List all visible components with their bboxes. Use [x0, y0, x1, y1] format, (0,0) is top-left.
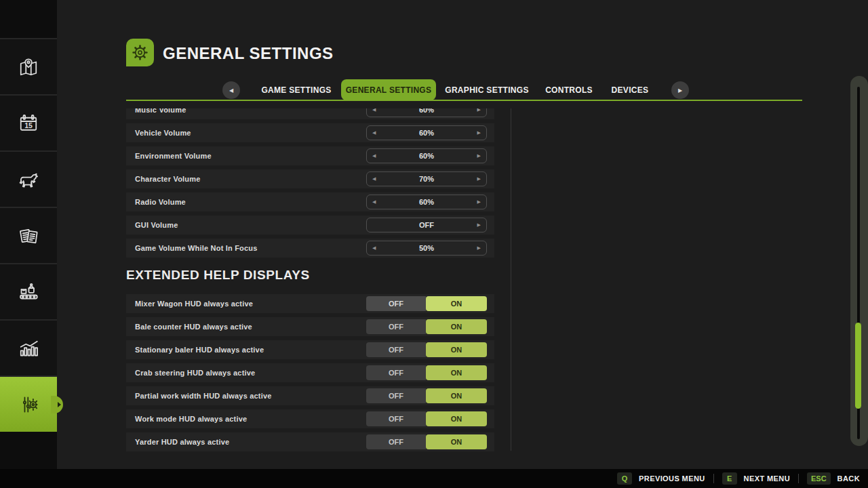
- setting-label: GUI Volume: [135, 221, 178, 229]
- off-button[interactable]: OFF: [366, 319, 426, 334]
- selector-value: 60%: [367, 152, 486, 160]
- page-title: GENERAL SETTINGS: [163, 44, 334, 63]
- settings-panel: Music Volume ◀ 60% ▶ Vehicle Volume ◀ 60…: [126, 108, 494, 455]
- production-icon: [16, 280, 41, 304]
- extended-help-rows: Mixer Wagon HUD always active OFF ON Bal…: [126, 294, 494, 451]
- map-icon: [16, 55, 41, 79]
- active-item-arrow-icon: [58, 402, 61, 407]
- sidebar-item-calendar[interactable]: 15: [0, 94, 57, 150]
- panel-divider: [511, 108, 511, 451]
- setting-label: Crab steering HUD always active: [135, 369, 255, 377]
- tabs-next-button[interactable]: ▶: [671, 81, 689, 99]
- value-selector[interactable]: ◀ OFF ▶: [366, 218, 487, 232]
- sidebar-item-production[interactable]: [0, 263, 57, 319]
- tab-general-settings[interactable]: GENERAL SETTINGS: [341, 79, 436, 100]
- key-q-badge: Q: [617, 472, 632, 485]
- value-selector[interactable]: ◀ 60% ▶: [366, 125, 487, 140]
- increase-arrow-icon[interactable]: ▶: [477, 130, 481, 136]
- page-icon: [126, 39, 154, 66]
- setting-row: Mixer Wagon HUD always active OFF ON: [126, 294, 494, 313]
- setting-label: Character Volume: [135, 175, 201, 183]
- sidebar-item-map[interactable]: [0, 38, 57, 94]
- setting-row: Stationary baler HUD always active OFF O…: [126, 340, 494, 359]
- on-button[interactable]: ON: [426, 365, 487, 380]
- off-button[interactable]: OFF: [366, 411, 426, 426]
- key-esc-badge: ESC: [807, 472, 831, 485]
- value-selector[interactable]: ◀ 60% ▶: [366, 108, 487, 117]
- on-off-toggle: OFF ON: [366, 342, 487, 357]
- on-off-toggle: OFF ON: [366, 296, 487, 311]
- tab-graphic-settings[interactable]: GRAPHIC SETTINGS: [445, 85, 528, 95]
- setting-label: Game Volume While Not In Focus: [135, 244, 258, 252]
- increase-arrow-icon[interactable]: ▶: [477, 199, 481, 205]
- tab-controls[interactable]: CONTROLS: [545, 85, 593, 95]
- off-button[interactable]: OFF: [366, 388, 426, 403]
- sidebar-item-animals[interactable]: [0, 150, 57, 207]
- selector-value: 60%: [367, 108, 486, 114]
- setting-label: Stationary baler HUD always active: [135, 346, 264, 354]
- increase-arrow-icon[interactable]: ▶: [477, 245, 481, 251]
- section-title: EXTENDED HELP DISPLAYS: [126, 266, 494, 285]
- selector-value: 70%: [367, 175, 486, 183]
- setting-row: Radio Volume ◀ 60% ▶: [126, 192, 494, 211]
- general-settings-screen: 15: [0, 0, 868, 488]
- documents-icon: [16, 224, 41, 248]
- sidebar-item-statistics[interactable]: [0, 319, 57, 375]
- increase-arrow-icon[interactable]: ▶: [477, 153, 481, 159]
- tab-game-settings[interactable]: GAME SETTINGS: [261, 85, 331, 95]
- value-selector[interactable]: ◀ 60% ▶: [366, 148, 487, 163]
- setting-row: Bale counter HUD always active OFF ON: [126, 317, 494, 336]
- setting-row: Game Volume While Not In Focus ◀ 50% ▶: [126, 239, 494, 258]
- value-selector[interactable]: ◀ 70% ▶: [366, 171, 487, 186]
- bar-chart-icon: [16, 336, 41, 361]
- on-off-toggle: OFF ON: [366, 365, 487, 380]
- tab-general-settings-label: GENERAL SETTINGS: [346, 85, 432, 95]
- increase-arrow-icon[interactable]: ▶: [477, 108, 481, 113]
- setting-row: Crab steering HUD always active OFF ON: [126, 363, 494, 382]
- back-label: BACK: [837, 474, 860, 483]
- cow-icon: [16, 167, 41, 192]
- value-selector[interactable]: ◀ 60% ▶: [366, 195, 487, 209]
- tab-devices[interactable]: DEVICES: [612, 85, 649, 95]
- setting-label: Music Volume: [135, 108, 186, 114]
- off-button[interactable]: OFF: [366, 342, 426, 357]
- off-button[interactable]: OFF: [366, 296, 426, 311]
- setting-label: Work mode HUD always active: [135, 415, 247, 423]
- selector-value: 60%: [367, 198, 486, 206]
- increase-arrow-icon[interactable]: ▶: [477, 222, 481, 228]
- setting-label: Vehicle Volume: [135, 129, 191, 137]
- setting-label: Bale counter HUD always active: [135, 323, 252, 331]
- sidebar-item-settings[interactable]: [0, 375, 57, 432]
- on-button[interactable]: ON: [426, 342, 487, 357]
- setting-row: Character Volume ◀ 70% ▶: [126, 169, 494, 188]
- tabs-prev-button[interactable]: ◀: [222, 81, 240, 99]
- sidebar-item-finances[interactable]: [0, 207, 57, 263]
- chevron-left-icon: ◀: [229, 87, 233, 94]
- on-button[interactable]: ON: [426, 434, 487, 449]
- on-off-toggle: OFF ON: [366, 319, 487, 334]
- off-button[interactable]: OFF: [366, 365, 426, 380]
- volume-rows: Vehicle Volume ◀ 60% ▶ Environment Volum…: [126, 123, 494, 258]
- increase-arrow-icon[interactable]: ▶: [477, 176, 481, 182]
- value-selector[interactable]: ◀ 50% ▶: [366, 241, 487, 256]
- clipped-row-wrapper: Music Volume ◀ 60% ▶: [126, 108, 494, 119]
- setting-row: Yarder HUD always active OFF ON: [126, 432, 494, 451]
- off-button[interactable]: OFF: [366, 434, 426, 449]
- calendar-icon: 15: [16, 111, 41, 136]
- scrollbar-thumb[interactable]: [855, 323, 861, 409]
- on-button[interactable]: ON: [426, 296, 487, 311]
- setting-row: Environment Volume ◀ 60% ▶: [126, 146, 494, 165]
- on-button[interactable]: ON: [426, 388, 487, 403]
- on-button[interactable]: ON: [426, 411, 487, 426]
- gear-icon: [131, 43, 149, 62]
- setting-row: GUI Volume ◀ OFF ▶: [126, 216, 494, 235]
- next-menu-label: NEXT MENU: [744, 474, 790, 483]
- footer-separator: [713, 474, 714, 483]
- chevron-right-icon: ▶: [678, 87, 682, 94]
- on-off-toggle: OFF ON: [366, 388, 487, 403]
- setting-row: Vehicle Volume ◀ 60% ▶: [126, 123, 494, 142]
- settings-sliders-gear-icon: [16, 392, 41, 417]
- footer-separator: [798, 474, 799, 483]
- on-button[interactable]: ON: [426, 319, 487, 334]
- setting-label: Radio Volume: [135, 198, 186, 206]
